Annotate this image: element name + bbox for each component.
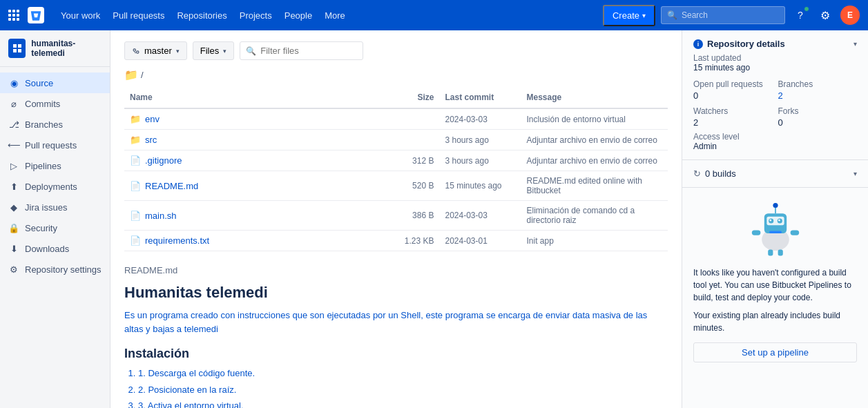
open-prs-label: Open pull requests xyxy=(693,79,773,89)
help-icon[interactable]: ? xyxy=(791,6,810,25)
filter-container[interactable]: 🔍 xyxy=(240,41,363,60)
file-name-src: 📁 src xyxy=(130,135,391,145)
file-commit-env: 2024-03-03 xyxy=(439,108,521,130)
search-container: 🔍 ? ⚙ E xyxy=(661,6,860,25)
readme-install-title: Instalación xyxy=(124,347,668,361)
file-msg-readme: README.md edited online with Bitbucket xyxy=(521,171,668,201)
open-prs-value[interactable]: 0 xyxy=(693,90,773,101)
file-size-gitignore: 312 B xyxy=(396,150,440,171)
pipeline-msg: It looks like you haven't configured a b… xyxy=(693,266,857,304)
readme-filename: README.md xyxy=(124,265,668,275)
search-input[interactable] xyxy=(682,10,771,20)
file-size-env xyxy=(396,108,440,130)
search-box[interactable]: 🔍 xyxy=(661,6,785,24)
create-button[interactable]: Create ▾ xyxy=(603,5,655,26)
topnav-people[interactable]: People xyxy=(279,6,318,25)
builds-chevron-icon: ▾ xyxy=(853,170,857,177)
sidebar-nav: ◉ Source ⌀ Commits ⎇ Branches ⟵ Pull req… xyxy=(0,67,110,285)
builds-section: ↻ 0 builds ▾ xyxy=(682,160,868,188)
forks-value[interactable]: 0 xyxy=(778,117,858,128)
branches-stat: Branches 2 xyxy=(778,79,858,101)
sidebar-item-jira-issues[interactable]: ◆ Jira issues xyxy=(0,197,110,217)
sidebar-repo-name: humanitas-telemedi xyxy=(31,39,102,58)
svg-point-17 xyxy=(778,220,780,222)
readme-content: Humanitas telemedi Es un programa creado… xyxy=(124,284,668,408)
deployments-icon: ⬆ xyxy=(8,181,19,192)
svg-point-16 xyxy=(769,220,771,222)
file-browser: master ▾ Files ▾ 🔍 📁 / Name Size xyxy=(110,30,682,408)
downloads-icon: ⬇ xyxy=(8,243,19,254)
watchers-label: Watchers xyxy=(693,106,773,116)
topnav-repositories[interactable]: Repositories xyxy=(171,6,232,25)
right-sidebar: i Repository details ▾ Last updated 15 m… xyxy=(682,30,868,408)
pipeline-plan-msg: Your existing plan already includes buil… xyxy=(693,309,857,334)
topnav-your-work[interactable]: Your work xyxy=(55,6,106,25)
security-icon: 🔒 xyxy=(8,222,19,233)
avatar[interactable]: E xyxy=(840,6,860,25)
last-updated-value: 15 minutes ago xyxy=(693,63,857,72)
table-row[interactable]: 📁 env 2024-03-03 Inclusión de entorno vi… xyxy=(124,108,668,130)
topnav-more[interactable]: More xyxy=(319,6,351,25)
file-commit-readme: 15 minutes ago xyxy=(439,171,521,201)
readme-title: Humanitas telemedi xyxy=(124,284,668,302)
table-row[interactable]: 📄 main.sh 386 B 2024-03-03 Eliminación d… xyxy=(124,201,668,231)
repo-details-title: i Repository details xyxy=(693,39,785,49)
sidebar-item-pipelines[interactable]: ▷ Pipelines xyxy=(0,155,110,176)
table-row[interactable]: 📄 requirements.txt 1.23 KB 2024-03-01 In… xyxy=(124,231,668,251)
pipeline-promo: It looks like you haven't configured a b… xyxy=(682,188,868,371)
sidebar-item-downloads[interactable]: ⬇ Downloads xyxy=(0,238,110,259)
repo-details-header[interactable]: i Repository details ▾ xyxy=(693,39,857,49)
file-name-gitignore: 📄 .gitignore xyxy=(130,155,391,166)
setup-pipeline-button[interactable]: Set up a pipeline xyxy=(693,342,857,362)
source-icon: ◉ xyxy=(8,77,19,88)
col-message: Message xyxy=(521,87,668,108)
filter-input[interactable] xyxy=(260,46,357,56)
builds-icon: ↻ xyxy=(693,168,701,179)
branch-selector[interactable]: master ▾ xyxy=(124,41,187,60)
svg-rect-3 xyxy=(18,49,21,52)
sidebar-item-security[interactable]: 🔒 Security xyxy=(0,217,110,238)
repo-settings-icon: ⚙ xyxy=(8,264,19,275)
settings-icon[interactable]: ⚙ xyxy=(816,6,835,25)
sidebar-item-deployments[interactable]: ⬆ Deployments xyxy=(0,176,110,197)
topnav-pull-requests[interactable]: Pull requests xyxy=(107,6,170,25)
list-item: 1. Descarga el código fuente. xyxy=(138,367,668,380)
chevron-down-icon: ▾ xyxy=(853,40,857,48)
table-row[interactable]: 📄 README.md 520 B 15 minutes ago README.… xyxy=(124,171,668,201)
topnav-projects[interactable]: Projects xyxy=(234,6,278,25)
file-commit-gitignore: 3 hours ago xyxy=(439,150,521,171)
file-table: Name Size Last commit Message 📁 env 2024 xyxy=(124,87,668,251)
file-table-body: 📁 env 2024-03-03 Inclusión de entorno vi… xyxy=(124,108,668,251)
grid-icon[interactable] xyxy=(8,10,19,21)
sidebar-item-repo-settings[interactable]: ⚙ Repository settings xyxy=(0,259,110,280)
file-icon: 📄 xyxy=(130,155,141,166)
search-icon: 🔍 xyxy=(667,10,677,20)
sidebar: humanitas-telemedi ◉ Source ⌀ Commits ⎇ … xyxy=(0,30,110,408)
table-row[interactable]: 📁 src 3 hours ago Adjuntar archivo en en… xyxy=(124,130,668,150)
stats-grid: Open pull requests 0 Branches 2 Watchers… xyxy=(693,79,857,128)
forks-label: Forks xyxy=(778,106,858,116)
access-level-container: Access level Admin xyxy=(693,132,857,151)
access-level-value: Admin xyxy=(693,142,857,151)
sidebar-item-commits[interactable]: ⌀ Commits xyxy=(0,93,110,114)
sidebar-item-pull-requests[interactable]: ⟵ Pull requests xyxy=(0,135,110,155)
file-msg-requirements: Init app xyxy=(521,231,668,251)
readme-description: Es un programa creado con instrucciones … xyxy=(124,309,668,336)
watchers-value[interactable]: 2 xyxy=(693,117,773,128)
readme-section: README.md Humanitas telemedi Es un progr… xyxy=(124,265,668,408)
files-selector[interactable]: Files ▾ xyxy=(193,41,234,60)
table-row[interactable]: 📄 .gitignore 312 B 3 hours ago Adjuntar … xyxy=(124,150,668,171)
files-label: Files xyxy=(200,46,219,56)
sidebar-item-source[interactable]: ◉ Source xyxy=(0,72,110,93)
file-name-mainsh: 📄 main.sh xyxy=(130,211,391,221)
builds-header[interactable]: ↻ 0 builds ▾ xyxy=(693,168,857,179)
sidebar-repo-header[interactable]: humanitas-telemedi xyxy=(0,30,110,67)
bitbucket-logo[interactable] xyxy=(28,7,44,23)
file-commit-requirements: 2024-03-01 xyxy=(439,231,521,251)
folder-icon: 📁 xyxy=(130,135,141,145)
sidebar-item-branches[interactable]: ⎇ Branches xyxy=(0,114,110,135)
branches-value[interactable]: 2 xyxy=(778,90,858,101)
last-updated-container: Last updated 15 minutes ago xyxy=(693,53,857,72)
branch-label: master xyxy=(144,46,172,56)
list-item: 2. Posicionate en la raíz. xyxy=(138,383,668,397)
